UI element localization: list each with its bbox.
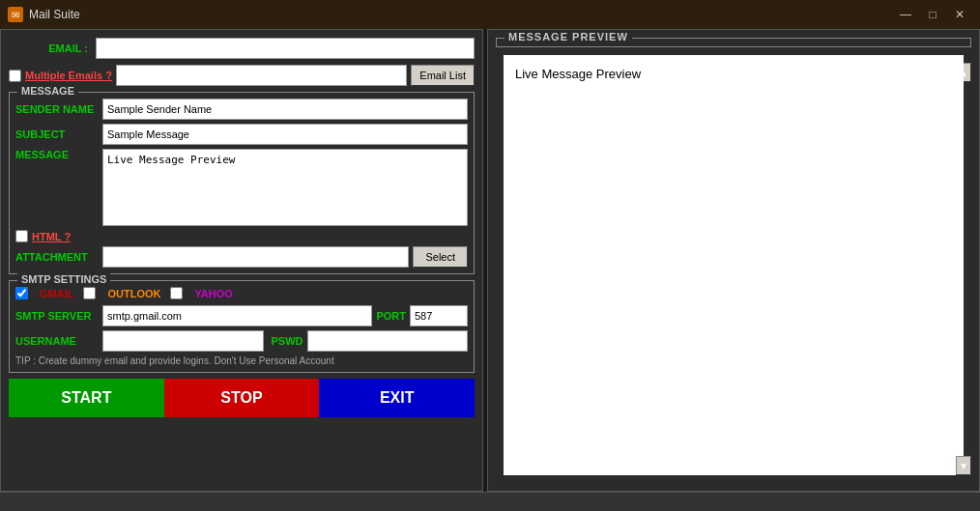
outlook-checkbox[interactable]	[83, 287, 96, 299]
port-label: PORT	[376, 310, 406, 322]
close-button[interactable]: ✕	[947, 5, 972, 24]
multiple-emails-checkbox[interactable]	[9, 70, 21, 82]
stop-button[interactable]: STOP	[164, 379, 320, 417]
preview-text: Live Message Preview	[515, 67, 641, 81]
message-textarea[interactable]: Live Message Preview	[102, 149, 468, 226]
smtp-section: SMTP SETTINGS GMAIL OUTLOOK YAHOO SMTP S…	[9, 280, 475, 373]
gmail-label: GMAIL	[40, 288, 73, 299]
smtp-server-label: SMTP SERVER	[15, 310, 102, 322]
sender-name-input[interactable]	[102, 99, 468, 120]
subject-input[interactable]	[102, 124, 468, 145]
maximize-button[interactable]: □	[920, 5, 945, 24]
exit-button[interactable]: EXIT	[319, 379, 475, 417]
preview-content: Live Message Preview	[504, 55, 964, 475]
pswd-label: PSWD	[272, 335, 303, 347]
message-section-label: MESSAGE	[17, 85, 78, 97]
multiple-emails-input[interactable]	[116, 65, 407, 86]
yahoo-checkbox[interactable]	[170, 287, 183, 299]
main-container: EMAIL : Multiple Emails ? Email List MES…	[0, 29, 980, 492]
multiple-emails-row: Multiple Emails ? Email List	[9, 65, 475, 86]
preview-header: MESSAGE PREVIEW	[496, 38, 971, 47]
email-label: EMAIL :	[9, 43, 96, 54]
select-button[interactable]: Select	[413, 246, 468, 268]
right-panel: MESSAGE PREVIEW ▲ Live Message Preview ▼	[487, 29, 980, 492]
window-controls: — □ ✕	[893, 5, 972, 24]
username-input[interactable]	[102, 330, 264, 352]
gmail-checkbox[interactable]	[15, 287, 28, 299]
email-input[interactable]	[96, 38, 475, 59]
smtp-section-label: SMTP SETTINGS	[17, 273, 110, 285]
message-row: MESSAGE Live Message Preview	[15, 149, 468, 226]
app-title: Mail Suite	[29, 8, 893, 21]
tip-text: TIP : Create dummy email and provide log…	[15, 355, 468, 366]
smtp-server-row: SMTP SERVER PORT	[15, 305, 468, 326]
attachment-label: ATTACHMENT	[15, 251, 102, 263]
smtp-options-row: GMAIL OUTLOOK YAHOO	[15, 287, 468, 299]
username-label: USERNAME	[15, 335, 102, 347]
title-bar: ✉ Mail Suite — □ ✕	[0, 0, 980, 29]
smtp-user-row: USERNAME PSWD	[15, 330, 468, 352]
start-button[interactable]: START	[9, 379, 164, 417]
message-section: MESSAGE SENDER NAME SUBJECT MESSAGE Live…	[9, 92, 475, 274]
scroll-down-button[interactable]: ▼	[956, 456, 971, 475]
attachment-row: ATTACHMENT Select	[15, 246, 468, 268]
smtp-server-input[interactable]	[102, 305, 372, 326]
message-label: MESSAGE	[15, 149, 102, 160]
multiple-emails-label[interactable]: Multiple Emails ?	[25, 70, 112, 81]
sender-name-label: SENDER NAME	[15, 103, 102, 115]
email-list-button[interactable]: Email List	[411, 65, 475, 86]
outlook-label: OUTLOOK	[107, 288, 160, 299]
preview-header-label: MESSAGE PREVIEW	[504, 31, 632, 43]
port-input[interactable]	[410, 305, 468, 326]
html-row: HTML ?	[15, 230, 468, 242]
app-icon: ✉	[8, 7, 23, 22]
html-label[interactable]: HTML ?	[32, 231, 71, 242]
bottom-buttons: START STOP EXIT	[9, 379, 475, 417]
yahoo-label: YAHOO	[194, 288, 232, 299]
status-bar	[0, 492, 980, 511]
sender-name-row: SENDER NAME	[15, 99, 468, 120]
left-panel: EMAIL : Multiple Emails ? Email List MES…	[0, 29, 483, 492]
subject-label: SUBJECT	[15, 128, 102, 140]
pswd-input[interactable]	[307, 330, 469, 352]
minimize-button[interactable]: —	[893, 5, 918, 24]
attachment-input[interactable]	[102, 246, 409, 268]
subject-row: SUBJECT	[15, 124, 468, 145]
email-row: EMAIL :	[9, 38, 475, 59]
html-checkbox[interactable]	[15, 230, 28, 242]
